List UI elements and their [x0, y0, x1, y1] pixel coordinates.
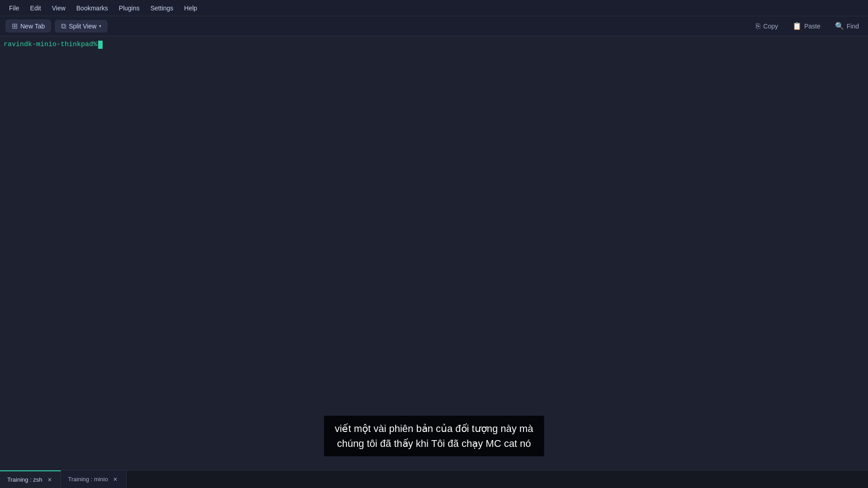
- chevron-down-icon: ▾: [99, 23, 101, 28]
- tab-bar: Training : zsh ✕ Training : minio ✕: [0, 470, 868, 488]
- subtitle-line-1: viết một vài phiên bản của đối tượng này…: [335, 421, 533, 436]
- find-icon: 🔍: [835, 22, 844, 30]
- copy-label: Copy: [763, 23, 778, 30]
- split-view-label: Split View: [69, 23, 96, 30]
- paste-label: Paste: [804, 23, 821, 30]
- tab-training-zsh-close[interactable]: ✕: [46, 476, 53, 483]
- find-label: Find: [847, 23, 859, 30]
- menu-settings[interactable]: Settings: [145, 3, 179, 14]
- new-tab-button[interactable]: ⊞ New Tab: [5, 19, 51, 33]
- tab-training-minio-label: Training : minio: [68, 476, 108, 483]
- tab-training-minio[interactable]: Training : minio ✕: [61, 470, 127, 488]
- menu-bookmarks[interactable]: Bookmarks: [71, 3, 113, 14]
- terminal-prompt: ravindk-minio-thinkpad%: [2, 40, 866, 49]
- split-view-icon: ⧉: [61, 22, 66, 30]
- paste-button[interactable]: 📋 Paste: [789, 20, 824, 32]
- new-tab-icon: ⊞: [12, 22, 18, 30]
- terminal-area[interactable]: ravindk-minio-thinkpad% viết một vài phi…: [0, 36, 868, 470]
- menu-bar: File Edit View Bookmarks Plugins Setting…: [0, 0, 868, 16]
- tab-training-zsh-label: Training : zsh: [7, 476, 42, 483]
- find-button[interactable]: 🔍 Find: [831, 20, 863, 32]
- tab-training-zsh[interactable]: Training : zsh ✕: [0, 470, 61, 488]
- new-tab-label: New Tab: [20, 23, 45, 30]
- paste-icon: 📋: [793, 22, 802, 30]
- menu-plugins[interactable]: Plugins: [113, 3, 145, 14]
- tab-training-minio-close[interactable]: ✕: [112, 476, 119, 483]
- toolbar-left: ⊞ New Tab ⧉ Split View ▾: [5, 19, 108, 33]
- toolbar: ⊞ New Tab ⧉ Split View ▾ ⎘ Copy 📋 Paste …: [0, 16, 868, 36]
- copy-icon: ⎘: [756, 22, 760, 30]
- menu-help[interactable]: Help: [179, 3, 203, 14]
- subtitle-line-2: chúng tôi đã thấy khi Tôi đã chạy MC cat…: [335, 436, 533, 451]
- terminal-prompt-text: ravindk-minio-thinkpad%: [4, 40, 97, 49]
- copy-button[interactable]: ⎘ Copy: [752, 20, 782, 32]
- toolbar-right: ⎘ Copy 📋 Paste 🔍 Find: [752, 20, 863, 32]
- split-view-button[interactable]: ⧉ Split View ▾: [55, 20, 108, 33]
- menu-file[interactable]: File: [4, 3, 25, 14]
- menu-edit[interactable]: Edit: [25, 3, 47, 14]
- menu-view[interactable]: View: [47, 3, 71, 14]
- terminal-cursor: [98, 41, 103, 49]
- subtitle-overlay: viết một vài phiên bản của đối tượng này…: [324, 416, 544, 456]
